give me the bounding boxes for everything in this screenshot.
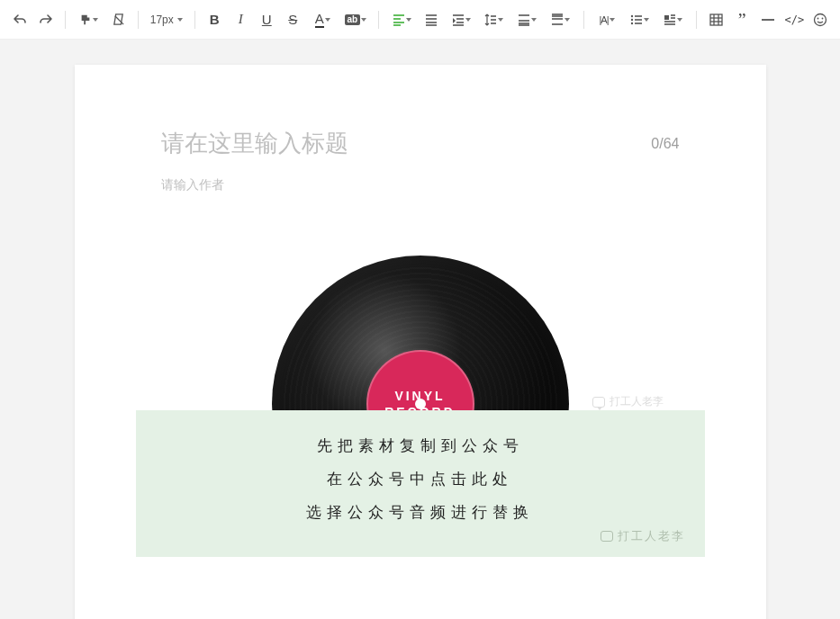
line-height-button[interactable]: [481, 9, 509, 31]
instruction-line: 选择公众号音频进行替换: [306, 502, 534, 523]
svg-rect-30: [664, 15, 669, 20]
wechat-icon: [592, 397, 605, 408]
author-input[interactable]: [161, 177, 680, 192]
toolbar-separator: [583, 11, 584, 29]
svg-rect-35: [710, 14, 722, 25]
spacing-before-button[interactable]: [513, 9, 541, 31]
spacing-after-button[interactable]: [546, 9, 574, 31]
bold-button[interactable]: B: [204, 9, 225, 31]
instruction-panel[interactable]: 先把素材复制到公众号 在公众号中点击此处 选择公众号音频进行替换 打工人老李: [136, 410, 705, 557]
underline-button[interactable]: U: [257, 9, 277, 31]
toolbar-separator: [378, 11, 379, 29]
undo-button[interactable]: [9, 9, 30, 31]
svg-point-26: [631, 22, 633, 23]
title-char-count: 0/64: [640, 136, 679, 152]
letter-spacing-button[interactable]: |A|: [593, 9, 621, 31]
indent-button[interactable]: [447, 9, 475, 31]
content-area[interactable]: VINYL RECORD 打工人老李 先把素材复制到公众号 在公众号中点击此处 …: [161, 256, 680, 619]
vinyl-label-line1: VINYL: [394, 388, 445, 404]
code-button[interactable]: </>: [784, 9, 805, 31]
editor-toolbar: 17px B I U S A ab |A|: [0, 0, 840, 40]
panel-watermark: 打工人老李: [601, 528, 685, 544]
svg-point-24: [631, 14, 633, 16]
toolbar-separator: [138, 11, 139, 29]
table-button[interactable]: [706, 9, 727, 31]
title-input[interactable]: [161, 130, 641, 157]
strikethrough-button[interactable]: S: [283, 9, 303, 31]
quote-button[interactable]: ”: [732, 9, 753, 31]
align-justify-button[interactable]: [421, 9, 442, 31]
svg-point-43: [822, 17, 824, 19]
toolbar-separator: [194, 11, 195, 29]
wechat-icon: [601, 531, 613, 542]
horizontal-rule-button[interactable]: [758, 9, 779, 31]
highlight-color-button[interactable]: ab: [342, 9, 370, 31]
text-color-button[interactable]: A: [309, 9, 337, 31]
editor-page: 0/64 VINYL RECORD 打工人老李 先把素材复制到公众号 在公众号中…: [75, 65, 766, 619]
svg-point-42: [817, 17, 819, 19]
redo-button[interactable]: [35, 9, 56, 31]
instruction-line: 在公众号中点击此处: [327, 469, 513, 489]
list-button[interactable]: [626, 9, 654, 31]
clear-format-button[interactable]: [108, 9, 129, 31]
align-left-button[interactable]: [388, 9, 416, 31]
font-size-selector[interactable]: 17px: [148, 13, 185, 26]
toolbar-separator: [65, 11, 66, 29]
toolbar-separator: [696, 11, 697, 29]
image-watermark: 打工人老李: [592, 394, 664, 409]
svg-point-41: [815, 13, 826, 25]
float-button[interactable]: [659, 9, 687, 31]
emoji-button[interactable]: [810, 9, 831, 31]
instruction-line: 先把素材复制到公众号: [317, 435, 524, 456]
svg-point-25: [631, 18, 633, 20]
italic-button[interactable]: I: [230, 9, 251, 31]
paint-format-button[interactable]: [75, 9, 103, 31]
